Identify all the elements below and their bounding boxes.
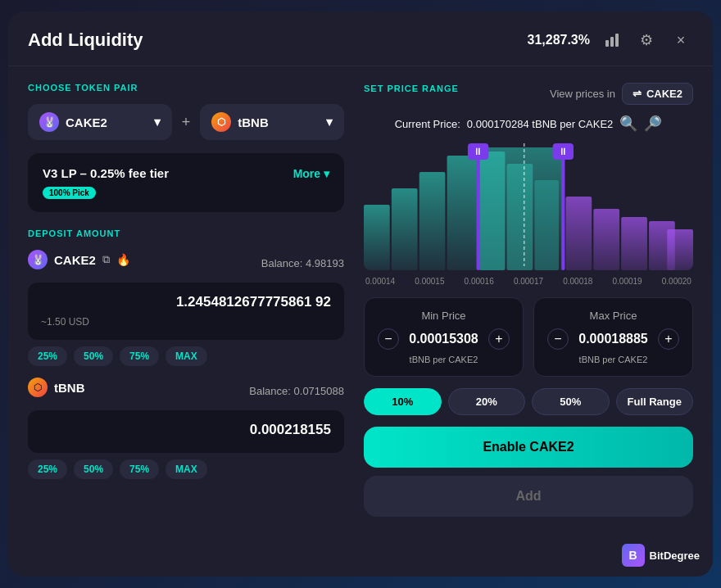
deposit-label: DEPOSIT AMOUNT — [28, 228, 344, 238]
zoom-out-icon[interactable]: 🔍 — [644, 115, 662, 133]
header-right: 31,287.3% ⚙ × — [527, 28, 693, 52]
enable-cake2-btn[interactable]: Enable CAKE2 — [364, 427, 693, 468]
add-btn[interactable]: Add — [364, 476, 693, 517]
cake2-50-btn[interactable]: 50% — [74, 346, 113, 366]
svg-rect-12 — [593, 209, 619, 270]
svg-rect-13 — [621, 217, 647, 270]
min-price-unit: tBNB per CAKE2 — [378, 355, 510, 364]
zoom-in-icon[interactable]: 🔍 — [619, 115, 637, 133]
range-buttons: 10% 20% 50% Full Range — [364, 388, 693, 415]
token1-select[interactable]: 🐰 CAKE2 ▾ — [28, 104, 172, 140]
range-10-btn[interactable]: 10% — [364, 388, 442, 415]
min-price-value: 0.00015308 — [409, 332, 478, 346]
svg-rect-8 — [479, 152, 506, 270]
view-prices-token: CAKE2 — [646, 88, 682, 100]
price-chart: ⏸ ⏸ — [364, 139, 693, 270]
svg-rect-15 — [667, 229, 693, 270]
range-full-btn[interactable]: Full Range — [616, 388, 694, 415]
apy-percentage: 31,287.3% — [527, 33, 590, 47]
cake2-percent-buttons: 25% 50% 75% MAX — [28, 346, 344, 366]
max-price-box: Max Price − 0.00018885 + tBNB per CAKE2 — [533, 297, 693, 377]
copy-icon[interactable]: ⧉ — [102, 253, 110, 266]
cake2-25-btn[interactable]: 25% — [28, 346, 67, 366]
max-price-unit: tBNB per CAKE2 — [547, 355, 679, 364]
plus-separator: + — [182, 114, 191, 131]
bitdegree-text: BitDegree — [650, 550, 700, 562]
tbnb-label: tBNB — [54, 381, 85, 395]
range-20-btn[interactable]: 20% — [448, 388, 526, 415]
cake2-label: CAKE2 — [54, 253, 96, 267]
tbnb-75-btn[interactable]: 75% — [120, 459, 159, 479]
chart-label-6: 0.00020 — [662, 277, 692, 286]
cake2-balance: Balance: 4.98193 — [261, 257, 344, 269]
min-price-input-row: − 0.00015308 + — [378, 328, 510, 350]
svg-rect-19 — [561, 143, 565, 270]
view-prices-btn[interactable]: ⇌ CAKE2 — [622, 83, 693, 105]
more-btn[interactable]: More ▾ — [293, 167, 329, 180]
chart-label-1: 0.00015 — [415, 277, 444, 286]
svg-rect-4 — [392, 188, 418, 270]
range-50-btn[interactable]: 50% — [532, 388, 610, 415]
tbnb-amount: 0.000218155 — [41, 422, 331, 438]
chart-labels: 0.00014 0.00015 0.00016 0.00017 0.00018 … — [364, 277, 693, 286]
cake2-input-box: 1.2454812677775861 92 ~1.50 USD — [28, 283, 344, 340]
fee-tier-title: V3 LP – 0.25% fee tier — [43, 166, 169, 180]
svg-rect-0 — [605, 40, 609, 47]
modal-body: CHOOSE TOKEN PAIR 🐰 CAKE2 ▾ + ⬡ tBNB ▾ — [8, 66, 713, 533]
tbnb-icon: ⬡ — [211, 112, 231, 132]
left-panel: CHOOSE TOKEN PAIR 🐰 CAKE2 ▾ + ⬡ tBNB ▾ — [28, 83, 364, 517]
view-prices-row: View prices in ⇌ CAKE2 — [550, 83, 693, 105]
right-panel: SET PRICE RANGE View prices in ⇌ CAKE2 C… — [364, 83, 693, 517]
fire-icon[interactable]: 🔥 — [116, 253, 130, 266]
add-liquidity-modal: Add Liquidity 31,287.3% ⚙ × CHOOSE TOKEN… — [8, 11, 713, 577]
min-price-box: Min Price − 0.00015308 + tBNB per CAKE2 — [364, 297, 524, 377]
cake2-icon: 🐰 — [39, 112, 59, 132]
chart-label-5: 0.00019 — [612, 277, 642, 286]
tbnb-percent-buttons: 25% 50% 75% MAX — [28, 459, 344, 479]
set-price-range-label: SET PRICE RANGE — [364, 84, 459, 93]
tbnb-50-btn[interactable]: 50% — [74, 459, 113, 479]
token-pair-row: 🐰 CAKE2 ▾ + ⬡ tBNB ▾ — [28, 104, 344, 140]
svg-rect-11 — [565, 197, 592, 270]
cake2-max-btn[interactable]: MAX — [166, 346, 207, 366]
max-price-value: 0.00018885 — [578, 332, 648, 346]
view-prices-text: View prices in — [550, 88, 615, 100]
tbnb-token-label: ⬡ tBNB — [28, 378, 85, 397]
current-price-row: Current Price: 0.000170284 tBNB per CAKE… — [364, 115, 693, 133]
svg-rect-3 — [364, 205, 390, 270]
min-price-increase-btn[interactable]: + — [488, 328, 510, 350]
tbnb-balance: Balance: 0.0715088 — [249, 385, 344, 397]
tbnb-deposit-icon: ⬡ — [28, 378, 48, 397]
chart-icon-btn[interactable] — [600, 28, 624, 52]
price-inputs-row: Min Price − 0.00015308 + tBNB per CAKE2 … — [364, 297, 693, 377]
svg-text:⏸: ⏸ — [473, 146, 483, 157]
swap-icon: ⇌ — [633, 88, 642, 100]
price-range-header: SET PRICE RANGE View prices in ⇌ CAKE2 — [364, 83, 693, 105]
max-price-label: Max Price — [547, 310, 679, 322]
chart-svg: ⏸ ⏸ — [364, 139, 693, 270]
settings-btn[interactable]: ⚙ — [634, 28, 659, 52]
max-price-increase-btn[interactable]: + — [658, 328, 679, 350]
min-price-decrease-btn[interactable]: − — [378, 328, 399, 350]
token2-chevron: ▾ — [326, 115, 333, 129]
close-btn[interactable]: × — [669, 28, 693, 52]
svg-text:⏸: ⏸ — [558, 146, 568, 157]
current-price-label: Current Price: — [395, 118, 460, 130]
token2-select[interactable]: ⬡ tBNB ▾ — [200, 104, 344, 140]
cake2-usd: ~1.50 USD — [41, 316, 89, 328]
tbnb-25-btn[interactable]: 25% — [28, 459, 67, 479]
max-price-decrease-btn[interactable]: − — [547, 328, 569, 350]
max-price-input-row: − 0.00018885 + — [547, 328, 679, 350]
cake2-amount: 1.2454812677775861 92 — [41, 294, 331, 310]
tbnb-max-btn[interactable]: MAX — [166, 459, 207, 479]
cake2-75-btn[interactable]: 75% — [120, 346, 159, 366]
current-price-value: 0.000170284 tBNB per CAKE2 — [467, 118, 614, 130]
svg-rect-16 — [477, 143, 480, 270]
svg-rect-10 — [534, 180, 559, 270]
svg-rect-9 — [507, 164, 533, 270]
chart-icon — [604, 32, 620, 48]
token2-name: tBNB — [238, 115, 269, 129]
svg-rect-2 — [615, 34, 619, 47]
tbnb-input-box: 0.000218155 — [28, 410, 344, 453]
fee-tier-box: V3 LP – 0.25% fee tier More ▾ 100% Pick — [28, 153, 344, 212]
